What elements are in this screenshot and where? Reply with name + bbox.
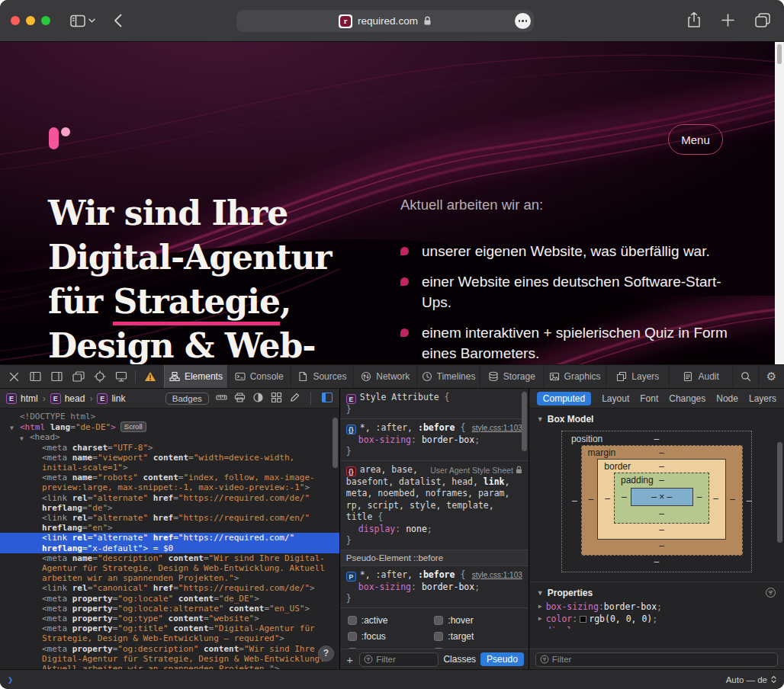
style-rule[interactable]: style.css:1:103{}*, :after, :before {box…: [340, 419, 529, 461]
required-logo[interactable]: [49, 127, 72, 150]
stylesheet-link[interactable]: style.css:1:103: [472, 571, 522, 579]
dom-node[interactable]: <meta name="viewport" content="width=dev…: [0, 453, 339, 473]
tab-audit[interactable]: Audit: [669, 365, 732, 388]
dom-node[interactable]: <meta property="og:title" content="Digit…: [0, 623, 339, 643]
tab-elements[interactable]: Elements: [164, 365, 227, 388]
inspect-element-target-icon[interactable]: [89, 367, 110, 386]
breadcrumb-item-html[interactable]: Ehtml: [6, 393, 38, 404]
stylesheet-link[interactable]: style.css:1:103: [472, 424, 522, 432]
sidebar-tab-font[interactable]: Font: [640, 393, 658, 404]
sidebar-tab-layout[interactable]: Layout: [602, 393, 629, 404]
checkbox-icon[interactable]: [434, 632, 443, 641]
locale-select[interactable]: Auto — de: [726, 675, 776, 684]
dom-node[interactable]: <meta name="description" content="Wir si…: [0, 553, 339, 584]
computed-property-row[interactable]: ▶color: rgb(0, 0, 0);: [529, 613, 784, 625]
back-button[interactable]: [114, 14, 122, 27]
help-button[interactable]: ?: [318, 646, 334, 662]
issues-warning-icon[interactable]: [140, 367, 160, 386]
edit-brush-icon[interactable]: [289, 392, 300, 405]
style-rule[interactable]: EStyle Attribute {}: [340, 389, 529, 419]
dom-node[interactable]: <meta property="og:type" content="websit…: [0, 614, 339, 623]
checkbox-icon[interactable]: [348, 648, 357, 649]
box-model-padding[interactable]: padding– – – × – – –: [614, 473, 709, 524]
tab-network[interactable]: Network: [353, 365, 416, 388]
breadcrumb-item-head[interactable]: Ehead: [50, 393, 85, 404]
tab-layers[interactable]: Layers: [606, 365, 669, 388]
pseudo-class-toggle-focus[interactable]: :focus: [348, 631, 435, 642]
color-swatch[interactable]: [580, 616, 586, 623]
sidebar-tab-changes[interactable]: Changes: [669, 393, 705, 404]
dom-node[interactable]: <meta property="og:description" content=…: [0, 644, 339, 669]
sidebar-chevron-down-icon[interactable]: [88, 18, 95, 23]
close-window-button[interactable]: [11, 16, 20, 25]
properties-filter-icon[interactable]: [765, 587, 776, 598]
dom-node[interactable]: ▼<head>: [0, 432, 339, 442]
dom-node[interactable]: ▼<html lang="de-DE">Scroll: [0, 421, 339, 432]
box-model-content[interactable]: – × –: [631, 488, 693, 506]
box-model-header[interactable]: ▼ Box Model: [529, 409, 784, 428]
sidebar-toggle-icon[interactable]: [70, 14, 85, 27]
dom-node[interactable]: <!DOCTYPE html>: [0, 412, 339, 421]
properties-header[interactable]: ▼ Properties: [529, 582, 784, 601]
new-tab-icon[interactable]: [721, 14, 734, 27]
style-rule[interactable]: User Agent Style Sheet{}area, base, base…: [340, 461, 529, 550]
minimize-window-button[interactable]: [26, 16, 35, 25]
share-icon[interactable]: [687, 11, 701, 28]
tab-overview-icon[interactable]: [755, 13, 770, 27]
page-scrollbar[interactable]: [775, 42, 784, 364]
css-property[interactable]: box-sizing: border-box;: [346, 434, 522, 447]
close-inspector-icon[interactable]: [4, 367, 24, 386]
css-property[interactable]: box-sizing: border-box;: [346, 582, 522, 594]
grid-overlay-icon[interactable]: [271, 392, 282, 405]
inspector-settings-gear-icon[interactable]: ⚙: [758, 365, 784, 388]
sidebar-tab-node[interactable]: Node: [716, 393, 738, 404]
tab-graphics[interactable]: Graphics: [543, 365, 606, 388]
details-sidebar-toggle-icon[interactable]: [321, 392, 333, 405]
url-bar[interactable]: r required.com: [236, 10, 534, 32]
appearance-toggle-icon[interactable]: [252, 392, 264, 405]
badges-button[interactable]: Badges: [165, 393, 209, 405]
dom-node[interactable]: <link rel="alternate" href="https://requ…: [0, 513, 339, 533]
checkbox-icon[interactable]: [434, 616, 443, 625]
pseudo-class-toggle-target[interactable]: :target: [434, 631, 521, 642]
pseudo-class-toggle-visited[interactable]: :visited: [434, 647, 521, 649]
page-scrollbar-thumb[interactable]: [777, 44, 782, 64]
zoom-window-button[interactable]: [41, 16, 50, 25]
undock-icon[interactable]: [68, 367, 88, 386]
menu-button[interactable]: Menu: [668, 124, 723, 155]
dock-left-icon[interactable]: [25, 367, 46, 386]
style-rule[interactable]: style.css:1:103P*, :after, :before {box-…: [340, 566, 529, 608]
pseudo-button[interactable]: Pseudo: [480, 652, 524, 666]
sidebar-tab-layers[interactable]: Layers: [749, 393, 776, 404]
breadcrumb-item-link[interactable]: Elink: [97, 393, 125, 404]
new-rule-plus-icon[interactable]: +: [345, 654, 355, 665]
dom-node[interactable]: <meta name="robots" content="index, foll…: [0, 473, 339, 492]
tab-timelines[interactable]: Timelines: [416, 365, 480, 388]
dom-node-selected[interactable]: <link rel="alternate" href="https://requ…: [0, 533, 339, 553]
dom-node[interactable]: <link rel="alternate" href="https://requ…: [0, 493, 339, 513]
dock-right-icon[interactable]: [47, 367, 67, 386]
pseudo-class-toggle-active[interactable]: :active: [348, 615, 435, 626]
tab-console[interactable]: Console: [227, 365, 291, 388]
computed-filter-input[interactable]: Filter: [535, 652, 778, 667]
dom-node[interactable]: <meta charset="UTF-8">: [0, 443, 339, 453]
print-icon[interactable]: [234, 392, 246, 405]
styles-filter-input[interactable]: Filter: [359, 652, 439, 667]
classes-button[interactable]: Classes: [443, 654, 476, 665]
dom-node[interactable]: <meta property="og:locale" content="de_D…: [0, 594, 339, 604]
ruler-icon[interactable]: [216, 392, 227, 405]
device-settings-icon[interactable]: [111, 367, 131, 386]
box-model-margin[interactable]: margin– – border– – padding–: [581, 445, 743, 556]
scroll-badge[interactable]: Scroll: [120, 421, 146, 432]
page-settings-button[interactable]: [515, 13, 531, 29]
computed-scrollbar-thumb[interactable]: [777, 442, 782, 543]
css-property[interactable]: display: none;: [346, 524, 522, 536]
tab-storage[interactable]: Storage: [480, 365, 543, 388]
dom-node[interactable]: <link rel="canonical" href="https://requ…: [0, 583, 339, 593]
tab-sources[interactable]: Sources: [291, 365, 354, 388]
checkbox-icon[interactable]: [348, 616, 357, 625]
pseudo-class-toggle-hover[interactable]: :hover: [434, 615, 521, 626]
checkbox-icon[interactable]: [434, 648, 443, 649]
search-icon[interactable]: [732, 365, 758, 388]
checkbox-icon[interactable]: [348, 632, 357, 641]
